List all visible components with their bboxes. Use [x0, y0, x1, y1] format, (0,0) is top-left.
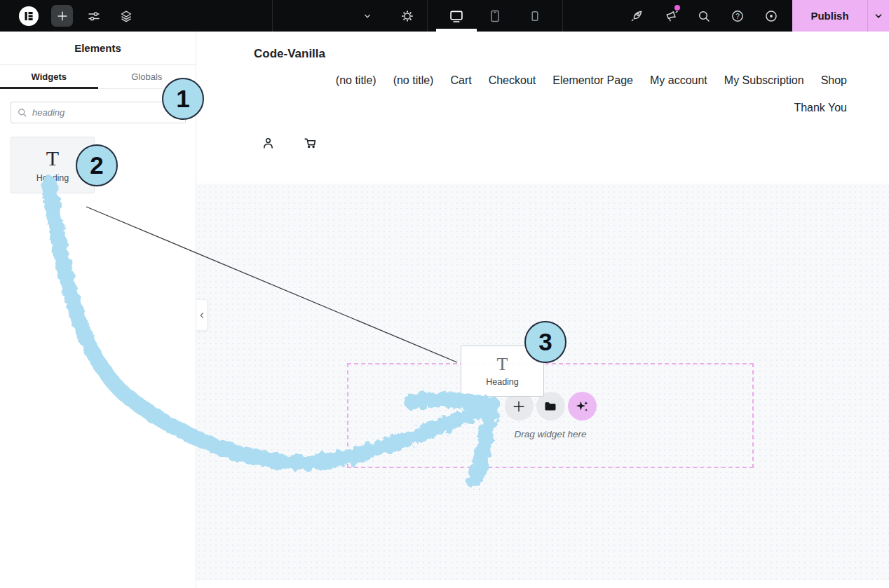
- preview-eye-icon[interactable]: [764, 0, 778, 32]
- plus-icon: [511, 399, 527, 414]
- site-title[interactable]: Code-Vanilla: [196, 32, 889, 61]
- chevron-left-icon: [198, 311, 206, 320]
- page-settings-gear-icon[interactable]: [400, 0, 414, 32]
- nav-row: Thank You: [794, 102, 847, 114]
- structure-layers-icon[interactable]: [119, 0, 133, 32]
- active-device-underline: [436, 29, 477, 32]
- publish-chevron-down-icon: [873, 11, 884, 22]
- tablet-preview-icon[interactable]: [488, 0, 502, 32]
- cart-icon[interactable]: [303, 136, 318, 153]
- publish-button[interactable]: Publish: [792, 0, 867, 32]
- heading-widget-label: Heading: [36, 173, 69, 183]
- heading-widget-icon: T: [46, 148, 59, 169]
- heading-widget-label: Heading: [486, 377, 519, 387]
- publish-options-button[interactable]: [867, 0, 889, 32]
- notification-dot: [674, 5, 680, 11]
- document-chevron-down-icon[interactable]: [362, 0, 373, 32]
- tab-widgets[interactable]: Widgets: [0, 65, 98, 88]
- tab-globals[interactable]: Globals: [98, 65, 196, 88]
- nav-link[interactable]: (no title): [336, 74, 376, 87]
- folder-icon: [543, 399, 557, 413]
- publish-label: Publish: [810, 10, 848, 22]
- nav-link[interactable]: Shop: [821, 74, 847, 87]
- finder-search-icon[interactable]: [697, 0, 711, 32]
- search-icon: [17, 107, 27, 118]
- dropzone-hint: Drag widget here: [347, 429, 754, 439]
- toolbar-divider: [562, 0, 563, 32]
- panel-title: Elements: [0, 32, 196, 65]
- widget-search: [11, 102, 185, 123]
- nav-row: (no title) (no title) Cart Checkout Elem…: [336, 74, 847, 87]
- site-navigation: (no title) (no title) Cart Checkout Elem…: [196, 74, 889, 114]
- elementor-editor: ? Publish Elements Widgets Globals T Hea…: [0, 0, 889, 588]
- dropzone-buttons: [347, 392, 754, 421]
- page-header-preview: Code-Vanilla (no title) (no title) Cart …: [196, 32, 889, 184]
- widget-search-input[interactable]: [11, 102, 186, 123]
- site-settings-icon[interactable]: [87, 0, 101, 32]
- nav-link[interactable]: Checkout: [489, 74, 536, 87]
- help-question-icon[interactable]: ?: [731, 0, 745, 32]
- heading-widget-icon: T: [497, 355, 508, 374]
- nav-link[interactable]: (no title): [393, 74, 434, 87]
- panel-collapse-handle[interactable]: [196, 299, 208, 331]
- mobile-preview-icon[interactable]: [528, 0, 542, 32]
- add-element-button[interactable]: [51, 5, 73, 27]
- question-glyph: ?: [735, 12, 740, 20]
- nav-link[interactable]: My Subscription: [724, 74, 804, 87]
- toolbar-divider: [272, 0, 273, 32]
- desktop-preview-icon[interactable]: [449, 0, 464, 32]
- top-toolbar: ? Publish: [0, 0, 889, 32]
- dragged-heading-widget[interactable]: T Heading: [461, 346, 544, 397]
- nav-link[interactable]: My account: [650, 74, 707, 87]
- header-utility-icons: [196, 136, 889, 153]
- elements-panel: Elements Widgets Globals T Heading: [0, 32, 196, 588]
- nav-link[interactable]: Thank You: [794, 102, 847, 114]
- ai-sparkles-icon: [574, 399, 590, 414]
- ai-builder-button[interactable]: [568, 392, 597, 421]
- canvas-bottom-strip: [196, 580, 889, 588]
- elementor-logo-icon[interactable]: [19, 0, 39, 32]
- nav-link[interactable]: Cart: [450, 74, 471, 87]
- nav-link[interactable]: Elementor Page: [552, 74, 633, 87]
- panel-tabs: Widgets Globals: [0, 65, 196, 89]
- heading-widget-card[interactable]: T Heading: [11, 137, 95, 193]
- toolbar-divider: [427, 0, 428, 32]
- account-icon[interactable]: [261, 136, 276, 153]
- whats-new-rocket-icon[interactable]: [630, 0, 644, 32]
